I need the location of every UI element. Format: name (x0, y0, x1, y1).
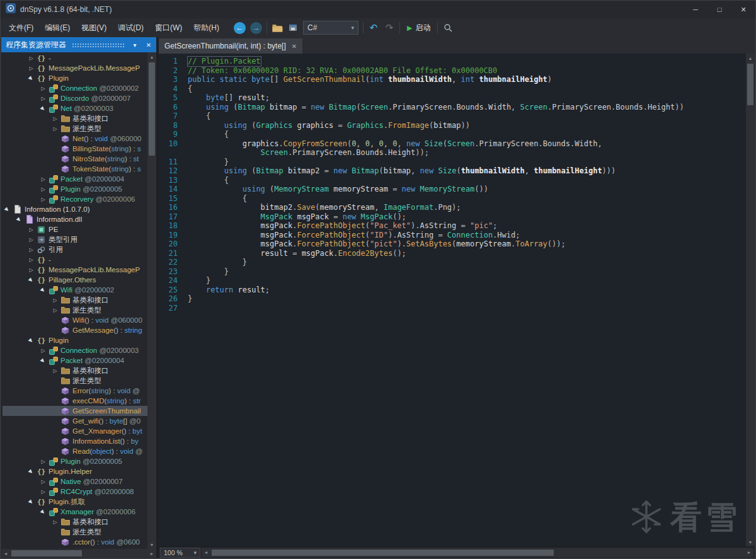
scroll-left-icon[interactable]: ◄ (202, 550, 210, 555)
scrollbar-thumb[interactable] (747, 64, 753, 105)
code-line[interactable]: 13 { (159, 176, 746, 185)
code-line[interactable]: 27 (159, 304, 746, 313)
scrollbar-track[interactable] (10, 549, 147, 558)
tree-item[interactable]: ▷Connection @02000002 (3, 83, 147, 93)
collapse-arrow-icon[interactable]: ▶ (3, 207, 12, 212)
collapse-arrow-icon[interactable]: ▶ (26, 76, 36, 81)
expand-arrow-icon[interactable]: ▷ (26, 257, 36, 263)
tree-item[interactable]: InformationList() : by (3, 436, 147, 446)
collapse-arrow-icon[interactable]: ▶ (26, 499, 36, 505)
tree-item[interactable]: ▷基类和接口 (3, 295, 147, 305)
tree-item[interactable]: ▷RC4Crypt @02000008 (3, 487, 147, 497)
tree-item[interactable]: ▷派生类型 (3, 305, 147, 315)
tree-item[interactable]: ▷{}- (3, 255, 147, 265)
expand-arrow-icon[interactable]: ▷ (50, 116, 60, 122)
code-line[interactable]: 17 MsgPack msgPack = new MsgPack(); (159, 212, 746, 222)
tree-item[interactable]: ▷基类和接口 (3, 366, 147, 376)
menubar-item[interactable]: 帮助(H) (188, 18, 225, 37)
tree-item[interactable]: 派生类型 (3, 527, 147, 537)
expand-arrow-icon[interactable]: ▷ (26, 227, 36, 233)
tree-item[interactable]: ▷类型引用 (3, 234, 147, 245)
tree-item[interactable]: ▷{}MessagePackLib.MessageP (3, 63, 147, 73)
code-line[interactable]: 20 msgPack.ForcePathObject("pict").SetAs… (159, 239, 746, 249)
code-line[interactable]: 9 { (159, 130, 746, 139)
tree-item[interactable]: ▶{}Plugin.抓取 (3, 497, 147, 507)
scrollbar-thumb[interactable] (212, 550, 554, 556)
code-line[interactable]: 12 using (Bitmap bitmap2 = new Bitmap(bi… (159, 166, 746, 176)
tree-item[interactable]: ▷Native @02000007 (3, 476, 147, 487)
collapse-arrow-icon[interactable]: ▶ (38, 287, 48, 293)
close-button[interactable]: ✕ (731, 1, 755, 18)
menubar-item[interactable]: 调试(D) (112, 18, 149, 37)
tree-item[interactable]: GetMessage() : string (3, 325, 147, 335)
panel-menu-button[interactable]: ▾ (130, 42, 140, 49)
tree-item[interactable]: Read(object) : void @ (3, 446, 147, 456)
tree-item[interactable]: ▶Xmanager @02000006 (3, 507, 147, 517)
tree-item[interactable]: TokenState(string) : s (3, 164, 147, 174)
scroll-left-icon[interactable]: ◄ (1, 551, 10, 556)
expand-arrow-icon[interactable]: ▷ (50, 368, 60, 374)
code-line[interactable]: 26} (159, 294, 746, 304)
tree-item[interactable]: ▶{}Plugin (3, 73, 147, 83)
tree-item[interactable]: GetScreenThumbnail (3, 406, 147, 416)
collapse-arrow-icon[interactable]: ▶ (38, 358, 48, 364)
tree-item[interactable]: ▷派生类型 (3, 124, 147, 134)
expand-arrow-icon[interactable]: ▷ (38, 187, 48, 192)
expand-arrow-icon[interactable]: ▷ (26, 247, 36, 253)
tree-item[interactable]: execCMD(string) : str (3, 396, 147, 406)
code-line[interactable]: 7 { (159, 112, 746, 121)
collapse-arrow-icon[interactable]: ▶ (26, 469, 36, 475)
tree-item[interactable]: Get_wifi() : byte[] @0 (3, 416, 147, 426)
collapse-arrow-icon[interactable]: ▶ (26, 338, 36, 343)
assembly-explorer-header[interactable]: 程序集资源管理器 ▾ ✕ (1, 37, 156, 52)
expand-arrow-icon[interactable]: ▷ (38, 479, 48, 485)
tree-item[interactable]: Net() : void @060000 (3, 134, 147, 144)
expand-arrow-icon[interactable]: ▷ (26, 267, 36, 273)
scroll-down-icon[interactable]: ▼ (746, 538, 755, 546)
tree-item[interactable]: ▶Wifi @02000002 (3, 285, 147, 295)
scroll-up-icon[interactable]: ▲ (746, 54, 755, 62)
collapse-arrow-icon[interactable]: ▶ (26, 277, 36, 283)
menubar-item[interactable]: 视图(V) (76, 18, 112, 37)
tree-item[interactable]: Get_Xmanager() : byt (3, 426, 147, 436)
scroll-up-icon[interactable]: ▲ (147, 52, 156, 61)
tree-item[interactable]: ▶{}Plugin.Helper (3, 466, 147, 476)
zoom-selector[interactable]: 100 % ▾ (160, 548, 200, 558)
code-line[interactable]: 23 } (159, 267, 746, 277)
start-debug-button[interactable]: ▶ 启动 (404, 23, 433, 33)
expand-arrow-icon[interactable]: ▷ (50, 297, 60, 303)
tree-item[interactable]: ▶Information.dll (3, 214, 147, 224)
code-line[interactable]: 21 result = msgPack.Encode2Bytes(); (159, 249, 746, 258)
menubar-item[interactable]: 文件(F) (3, 18, 39, 37)
language-selector[interactable]: C# ▾ (303, 21, 358, 35)
tree-item[interactable]: ▶Packet @02000004 (3, 355, 147, 366)
expand-arrow-icon[interactable]: ▷ (38, 459, 48, 464)
code-line[interactable]: 22 } (159, 258, 746, 267)
expand-arrow-icon[interactable]: ▷ (38, 176, 48, 182)
code-line[interactable]: 2// Token: 0x06000020 RID: 32 RVA: 0x000… (159, 66, 746, 76)
tree-vertical-scrollbar[interactable]: ▲ ▼ (147, 52, 156, 549)
undo-button[interactable]: ↶ (368, 21, 379, 34)
expand-arrow-icon[interactable]: ▷ (50, 519, 60, 525)
code-view[interactable]: 1// Plugin.Packet2// Token: 0x06000020 R… (159, 54, 746, 546)
tab-getscreenthumbnail[interactable]: GetScreenThumbnail(int, int) : byte[] ✕ (159, 38, 302, 54)
tree-item[interactable]: ▶Net @02000003 (3, 103, 147, 113)
navigate-back-button[interactable]: ← (234, 22, 246, 34)
menubar-item[interactable]: 编辑(E) (39, 18, 76, 37)
expand-arrow-icon[interactable]: ▷ (38, 489, 48, 495)
code-line[interactable]: 10 graphics.CopyFromScreen(0, 0, 0, 0, n… (159, 139, 746, 149)
expand-arrow-icon[interactable]: ▷ (38, 86, 48, 91)
code-line[interactable]: 24 } (159, 276, 746, 285)
scroll-right-icon[interactable]: ► (147, 551, 156, 556)
tree-item[interactable]: ▷Discordo @02000007 (3, 93, 147, 103)
code-line[interactable]: 19 msgPack.ForcePathObject("ID").AsStrin… (159, 231, 746, 240)
scroll-down-icon[interactable]: ▼ (147, 540, 156, 549)
expand-arrow-icon[interactable]: ▷ (38, 197, 48, 202)
tree-item[interactable]: BillingState(string) : s (3, 144, 147, 154)
tree-item[interactable]: ▷{}MessagePackLib.MessageP (3, 265, 147, 275)
editor-horizontal-scrollbar[interactable]: ◄ ► (202, 548, 753, 557)
code-line[interactable]: 3public static byte[] GetScreenThumbnail… (159, 75, 746, 84)
code-line[interactable]: 14 using (MemoryStream memoryStream = ne… (159, 185, 746, 194)
tree-item[interactable]: ▷Plugin @02000005 (3, 456, 147, 466)
panel-close-button[interactable]: ✕ (144, 42, 154, 49)
